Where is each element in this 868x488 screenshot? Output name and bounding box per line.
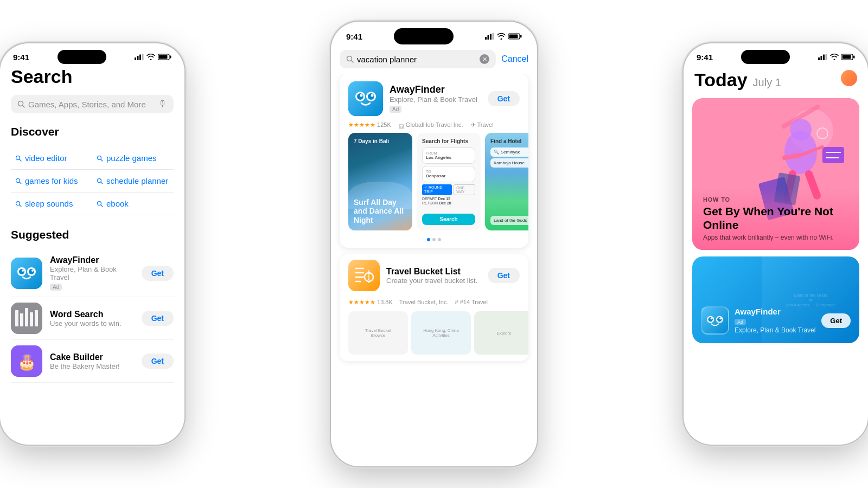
svg-point-13 [16,178,20,182]
today-title-row: Today July 1 [694,69,781,91]
left-status-icons [135,54,171,60]
discover-item-sleep[interactable]: sleep sounds [11,192,92,215]
search-icon-discover5 [15,201,22,207]
ad-badge-center: Ad [390,106,401,113]
discover-item-puzzle[interactable]: puzzle games [92,147,174,170]
bucket-get-btn[interactable]: Get [488,268,520,283]
user-avatar[interactable] [841,70,857,86]
svg-line-12 [101,159,103,161]
svg-line-14 [20,182,21,184]
discover-grid: video editor puzzle games games for kids… [11,147,174,215]
discover-item-kids[interactable]: games for kids [11,170,92,192]
discover-item-video[interactable]: video editor [11,147,92,170]
suggested-title: Suggested [11,228,174,241]
svg-point-49 [368,93,374,100]
ss-hotel-title: Find a Hotel [490,138,528,144]
ad-app-name: AwayFinder [390,84,481,95]
left-status-bar: 9:41 [0,43,184,66]
discover-item-schedule[interactable]: schedule planner [92,170,174,192]
awayfinder-logo [11,258,42,289]
center-search-input[interactable]: vacation planner ✕ [340,50,496,68]
svg-rect-53 [400,126,401,129]
awayfinder-get-btn[interactable]: Get [142,266,174,281]
svg-rect-62 [818,57,820,60]
blue-card-content: AwayFinder Ad Explore, Plan & Book Trave… [692,256,859,343]
discover-label-kids: games for kids [25,176,78,185]
svg-point-24 [19,269,24,274]
cancel-btn[interactable]: Cancel [501,54,528,64]
today-pink-card[interactable]: HOW TO Get By When You're Not Online App… [692,98,859,250]
svg-line-18 [20,205,21,207]
search-icon-discover3 [15,178,22,184]
svg-rect-21 [11,258,42,289]
cakebuilder-name: Cake Builder [50,352,134,362]
ss-return: RETURN Dec 28 [422,201,475,205]
svg-line-10 [20,159,21,161]
svg-rect-64 [823,55,825,61]
today-blue-card[interactable]: Land of the Gods Inn Los Angeles → Denpa… [692,256,859,343]
svg-point-26 [22,269,24,272]
ad-get-btn[interactable]: Get [488,91,520,106]
featured-ad-card: AwayFinder Explore, Plan & Book Travel A… [340,74,528,248]
svg-rect-3 [142,54,144,60]
svg-rect-30 [20,313,23,326]
svg-rect-42 [520,35,522,38]
pagination-dots [340,238,528,248]
svg-rect-38 [490,34,492,40]
center-status-bar: 9:41 [331,22,537,47]
center-screen-scroll: AwayFinder Explore, Plan & Book Travel A… [331,74,537,464]
svg-text:🎂: 🎂 [17,353,36,371]
wordsearch-name: Word Search [50,310,134,319]
blue-get-btn[interactable]: Get [821,313,851,328]
svg-rect-5 [159,55,168,59]
pink-subtitle: Apps that work brilliantly – even with n… [703,234,848,241]
wifi-icon-center [497,33,506,40]
bucket-meta: ★★★★★ 13.8K Travel Bucket, Inc. # #14 Tr… [340,297,528,311]
ss-flights-title: Search for Flights [422,138,475,144]
svg-rect-1 [137,56,139,60]
left-time: 9:41 [13,53,29,62]
svg-rect-63 [821,56,822,60]
wordsearch-logo [11,303,42,334]
cakebuilder-get-btn[interactable]: Get [142,354,174,369]
wifi-icon-right [830,54,839,60]
right-dynamic-island [741,50,790,64]
svg-rect-0 [135,57,136,60]
list-item-awayfinder[interactable]: AwayFinder Explore, Plan & Book Travel A… [11,250,174,297]
list-item-wordsearch[interactable]: Word Search Use your words to win. Get [11,297,174,340]
svg-rect-6 [170,56,171,59]
search-bar-left[interactable]: Games, Apps, Stories, and More 🎙 [11,95,174,113]
svg-point-17 [16,201,20,205]
cakebuilder-info: Cake Builder Be the Bakery Master! [50,352,134,370]
wordsearch-get-btn[interactable]: Get [142,311,174,326]
svg-rect-45 [348,81,383,116]
app-icon-wordsearch [11,303,42,334]
ad-publisher: GlobalHub Travel Inc. [399,121,463,128]
left-dynamic-island [58,50,106,64]
right-phone: 9:41 Today July 1 [684,43,868,445]
discover-label-video: video editor [25,153,67,163]
ss-bali: 7 Days in Bali Surf All Day and Dance Al… [348,133,412,230]
ad-screenshots: 7 Days in Bali Surf All Day and Dance Al… [340,133,528,238]
pink-card-text: HOW TO Get By When You're Not Online App… [692,188,859,250]
ad-stars: ★★★★★ [348,121,375,128]
awayfinder-desc: Explore, Plan & Book Travel [50,265,134,281]
pink-how-to: HOW TO [703,196,848,203]
ss-to: TO Denpasar [422,166,475,182]
wordsearch-desc: Use your words to win. [50,319,134,328]
search-placeholder-left: Games, Apps, Stories, and More [28,100,146,109]
ss-hotel3: Land of the Gods Inn [490,216,528,225]
dot-2 [432,238,436,241]
discover-item-ebook[interactable]: ebook [92,192,174,215]
list-item-cakebuilder[interactable]: 🎂 Cake Builder Be the Bakery Master! Get [11,340,174,383]
ad-meta-row: ★★★★★ 125K GlobalHub Travel Inc. ✈ Trave… [340,121,528,133]
result-card-bucket: Travel Bucket List Create your travel bu… [340,254,528,361]
battery-icon-center [508,33,522,40]
svg-point-50 [360,94,363,97]
ad-category: ✈ Travel [471,121,494,129]
clear-icon[interactable]: ✕ [480,54,489,64]
result-item-bucket[interactable]: Travel Bucket List Create your travel bu… [340,254,528,297]
svg-point-9 [16,156,20,159]
svg-rect-68 [853,56,855,59]
ad-app-icon [348,81,383,116]
